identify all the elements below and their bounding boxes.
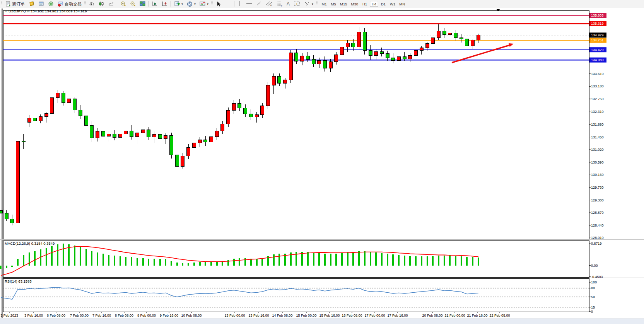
macd-bar	[313, 252, 314, 266]
macd-bar	[239, 258, 240, 265]
time-axis[interactable]: 3 Feb 20233 Feb 16:006 Feb 08:007 Feb 00…	[0, 312, 510, 317]
toolbar-separator	[171, 1, 171, 7]
chart-canvas[interactable]: 134.040133.610133.180132.750132.310131.8…	[0, 0, 644, 324]
equidistant-channel-icon: E	[266, 1, 272, 7]
line-chart-icon	[108, 1, 114, 7]
candle-up	[227, 111, 230, 124]
indicator-window-2-button[interactable]	[160, 0, 169, 7]
timeframe-W1[interactable]: W1	[388, 1, 397, 7]
templates-button[interactable]: ▾	[198, 0, 210, 7]
candle-down	[323, 61, 326, 68]
new-chart-button[interactable]: ▾	[172, 0, 185, 7]
candle-up	[255, 114, 258, 117]
macd-bar	[449, 256, 451, 265]
terminal-window: 134.040133.610133.180132.750132.310131.8…	[0, 0, 644, 324]
indicator-window-1-button[interactable]	[150, 0, 160, 7]
svg-text:131.020: 131.020	[591, 148, 604, 152]
candle-up	[357, 32, 361, 47]
fibonacci-tool-button[interactable]: F	[274, 0, 285, 7]
candle-down	[204, 140, 207, 142]
macd-bar	[148, 259, 149, 266]
toolbar-grip[interactable]	[1, 1, 2, 7]
macd-bar	[466, 257, 468, 266]
macd-bar	[80, 247, 81, 266]
zoom-out-button[interactable]	[128, 0, 138, 7]
candle-down	[442, 31, 446, 35]
candle-up	[187, 147, 190, 156]
timeframe-H4[interactable]: H4	[370, 1, 378, 7]
toolbar-grip[interactable]	[316, 1, 318, 7]
candle-up	[164, 136, 167, 139]
candle-up	[181, 156, 184, 167]
toolbar-grip[interactable]	[84, 1, 86, 7]
timeframe-M15[interactable]: M15	[338, 1, 348, 7]
horizontal-line-tool-button[interactable]	[244, 0, 254, 7]
svg-text:133.610: 133.610	[591, 72, 604, 76]
macd-bar	[318, 253, 320, 265]
auto-trading-button[interactable]: 自动交易	[56, 0, 84, 7]
zoom-in-button[interactable]	[118, 0, 128, 7]
candle-down	[403, 56, 406, 59]
candle-up	[414, 51, 418, 55]
svg-text:T: T	[296, 2, 298, 6]
text-tool-button[interactable]: A	[285, 0, 292, 7]
candle-down	[130, 131, 133, 137]
toolbar-grip[interactable]	[211, 1, 213, 7]
candle-up	[67, 99, 71, 103]
symbol-dropdown-icon[interactable]: ▼	[5, 10, 7, 12]
timeframe-M30[interactable]: M30	[350, 1, 360, 7]
timeframe-M5[interactable]: M5	[329, 1, 338, 7]
market-watch-button[interactable]	[27, 0, 36, 7]
macd-bar	[0, 266, 2, 269]
arrows-tool-button[interactable]: ▾	[302, 0, 315, 7]
svg-text:22 Feb 08:00: 22 Feb 08:00	[489, 314, 510, 317]
svg-text:21 Feb 16:00: 21 Feb 16:00	[467, 314, 487, 317]
timeframe-H1[interactable]: H1	[360, 1, 369, 7]
tile-windows-button[interactable]	[138, 0, 147, 7]
macd-bar	[387, 254, 388, 265]
price-axis[interactable]: 134.040133.610133.180132.750132.310131.8…	[589, 59, 604, 240]
macd-bar	[330, 254, 331, 265]
new-order-button[interactable]: 新订单	[3, 0, 27, 7]
new-order-icon	[5, 1, 11, 7]
crosshair-tool-button[interactable]	[223, 0, 233, 7]
channel-tool-button[interactable]: E	[264, 0, 274, 7]
candle-down	[10, 219, 14, 223]
navigator-button[interactable]	[46, 0, 56, 7]
svg-text:134.929: 134.929	[591, 33, 604, 37]
timeframe-D1[interactable]: D1	[379, 1, 388, 7]
candle-up	[27, 118, 31, 122]
svg-text:0.00: 0.00	[591, 264, 598, 268]
svg-text:132.310: 132.310	[591, 110, 604, 114]
pane-frames	[0, 10, 644, 312]
macd-bar	[165, 259, 166, 265]
bar-chart-mode-button[interactable]	[87, 0, 96, 7]
cursor-tool-button[interactable]	[214, 0, 223, 7]
chevron-down-icon: ▾	[312, 2, 313, 6]
trendline-tool-button[interactable]	[254, 0, 264, 7]
macd-bar	[273, 254, 275, 266]
data-window-button[interactable]	[36, 0, 46, 7]
macd-bar	[199, 262, 201, 265]
label-tool-button[interactable]: T	[292, 0, 302, 7]
candle-up	[198, 140, 202, 143]
auto-trading-icon	[58, 1, 63, 7]
macd-bar	[85, 249, 87, 266]
vertical-line-tool-button[interactable]	[236, 0, 244, 7]
timeframe-M1[interactable]: M1	[320, 1, 328, 7]
candlestick-mode-button[interactable]	[96, 0, 106, 7]
macd-bar	[427, 256, 428, 266]
toolbar-separator	[234, 1, 234, 7]
candle-up	[261, 106, 264, 114]
macd-bar	[193, 263, 195, 266]
toolbar-separator	[117, 1, 117, 7]
svg-text:21 Feb 00:00: 21 Feb 00:00	[444, 314, 465, 317]
periods-button[interactable]: ▾	[185, 0, 198, 7]
line-chart-mode-button[interactable]	[106, 0, 116, 7]
svg-text:50: 50	[591, 295, 595, 299]
candle-down	[73, 99, 77, 110]
candlestick-icon	[98, 1, 104, 7]
timeframe-MN[interactable]: MN	[398, 1, 407, 7]
macd-bar	[233, 259, 235, 265]
svg-text:131.880: 131.880	[591, 123, 604, 126]
